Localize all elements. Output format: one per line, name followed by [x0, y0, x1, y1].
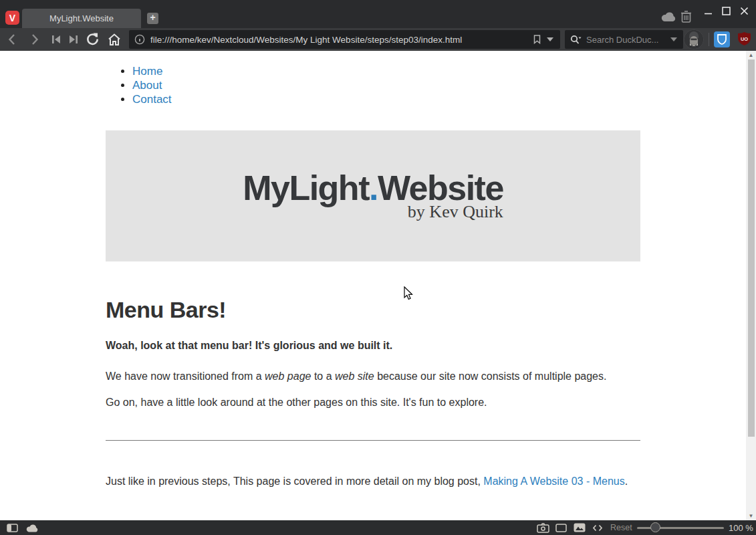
- footer-text: .: [625, 475, 628, 487]
- vivaldi-browser-window: { "window": { "tab_title": "MyLight.Webs…: [0, 0, 756, 535]
- italic-web-site: web site: [335, 370, 374, 382]
- trash-icon[interactable]: [680, 10, 692, 25]
- logo-title-dot: .: [369, 169, 378, 207]
- capture-page-icon[interactable]: [537, 523, 549, 533]
- paragraph-text: We have now transitioned from a: [106, 370, 265, 382]
- nav-link-contact[interactable]: Contact: [132, 93, 172, 106]
- search-placeholder: Search DuckDuc...: [586, 35, 670, 45]
- panel-toggle-icon[interactable]: [7, 524, 18, 532]
- zoom-slider-thumb[interactable]: [650, 522, 660, 532]
- search-engine-dropdown-icon[interactable]: [670, 37, 677, 41]
- list-item: Contact: [132, 92, 640, 106]
- profile-avatar[interactable]: [684, 29, 704, 49]
- page-images-icon[interactable]: [574, 523, 586, 532]
- site-logo: MyLight.Website by Kev Quirk: [243, 171, 503, 222]
- list-item: About: [132, 78, 640, 92]
- rewind-icon[interactable]: [51, 35, 61, 44]
- zoom-reset-button[interactable]: Reset: [610, 523, 632, 532]
- vivaldi-menu-icon[interactable]: V: [5, 11, 19, 25]
- list-item: Home: [132, 64, 640, 78]
- reload-icon[interactable]: [86, 32, 100, 46]
- paragraph-text: to a: [311, 370, 335, 382]
- paragraph-text: because our site now consists of multipl…: [374, 370, 607, 382]
- home-icon[interactable]: [107, 32, 122, 47]
- blog-post-link[interactable]: Making A Website 03 - Menus: [483, 475, 624, 487]
- logo-title-main: MyLight: [243, 169, 369, 207]
- tab-bar: V MyLight.Website +: [0, 0, 756, 28]
- mouse-cursor: [404, 286, 414, 304]
- page-title: Menu Bars!: [106, 298, 640, 322]
- nav-link-about[interactable]: About: [132, 79, 162, 92]
- footer-paragraph: Just like in previous steps, This page i…: [106, 474, 640, 488]
- nav-link-home[interactable]: Home: [132, 65, 162, 78]
- fast-forward-icon[interactable]: [68, 35, 79, 44]
- close-button[interactable]: [740, 6, 749, 18]
- url-dropdown-icon[interactable]: [547, 37, 553, 41]
- site-nav-list: Home About Contact: [106, 64, 640, 106]
- svg-text:UO: UO: [741, 36, 748, 42]
- tab-title: MyLight.Website: [49, 13, 114, 23]
- site-banner-image: MyLight.Website by Kev Quirk: [106, 130, 640, 261]
- paragraph-transition: We have now transitioned from a web page…: [106, 369, 640, 383]
- address-toolbar: file:///home/kev/Nextcloud/Websites/My L…: [0, 28, 756, 51]
- search-icon[interactable]: [570, 35, 582, 45]
- bookmark-icon[interactable]: [533, 35, 541, 44]
- web-page-content: Home About Contact MyLight.Website by Ke…: [106, 64, 640, 488]
- minimize-button[interactable]: [704, 7, 713, 19]
- web-page-viewport: Home About Contact MyLight.Website by Ke…: [0, 51, 746, 520]
- status-sync-cloud-icon[interactable]: [26, 524, 38, 532]
- lead-paragraph: Woah, look at that menu bar! It's glorio…: [106, 340, 640, 352]
- url-text[interactable]: file:///home/kev/Nextcloud/Websites/My L…: [150, 35, 533, 45]
- sync-cloud-icon[interactable]: [661, 12, 676, 25]
- zoom-level-value[interactable]: 100 %: [729, 523, 753, 533]
- footer-divider: [106, 440, 640, 441]
- tiling-icon[interactable]: [555, 524, 567, 532]
- url-bar[interactable]: file:///home/kev/Nextcloud/Websites/My L…: [129, 30, 560, 49]
- ublock-extension-icon[interactable]: UO: [737, 31, 752, 47]
- bitwarden-extension-icon[interactable]: [714, 31, 730, 47]
- scroll-down-icon[interactable]: ▼: [746, 512, 756, 520]
- search-field[interactable]: Search DuckDuc...: [565, 30, 683, 49]
- new-tab-button[interactable]: +: [147, 13, 158, 24]
- forward-icon[interactable]: [29, 33, 40, 46]
- site-info-icon[interactable]: [134, 34, 145, 45]
- page-scrollbar[interactable]: ▲ ▼: [746, 51, 756, 520]
- logo-title-tail: Website: [378, 169, 503, 207]
- footer-text: Just like in previous steps, This page i…: [106, 475, 483, 487]
- maximize-button[interactable]: [722, 6, 731, 18]
- browser-tab[interactable]: MyLight.Website: [22, 9, 141, 28]
- status-bar: Reset 100 %: [0, 520, 756, 535]
- scroll-up-icon[interactable]: ▲: [746, 51, 756, 60]
- scrollbar-thumb[interactable]: [748, 60, 755, 437]
- toolbar-separator: [709, 33, 709, 46]
- back-icon[interactable]: [7, 33, 17, 46]
- page-actions-icon[interactable]: [593, 524, 602, 532]
- site-logo-title: MyLight.Website: [243, 171, 503, 205]
- paragraph-explore: Go on, have a little look around at the …: [106, 395, 640, 409]
- italic-web-page: web page: [265, 370, 311, 382]
